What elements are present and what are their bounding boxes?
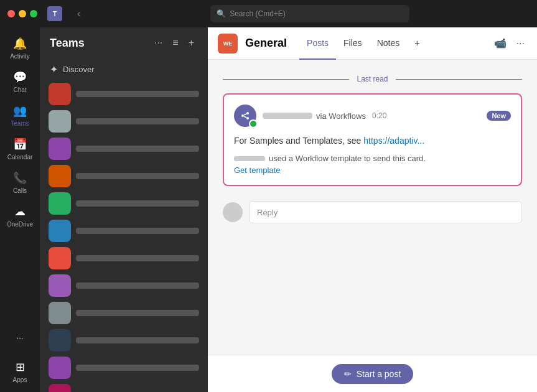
workflows-icon (239, 110, 251, 122)
last-read-line-left (223, 79, 349, 80)
teams-title: Teams (50, 37, 146, 50)
close-button[interactable] (7, 10, 15, 17)
channel-header: WE General Posts Files Notes + 📹 ··· (208, 27, 537, 60)
list-item[interactable] (45, 135, 203, 162)
team-name (76, 173, 199, 179)
svg-point-2 (246, 112, 249, 114)
list-item[interactable] (45, 80, 203, 108)
team-name (76, 200, 199, 207)
sidebar-item-activity[interactable]: 🔔 Activity (4, 32, 36, 63)
posts-area: Last read (208, 60, 537, 355)
team-name (76, 282, 199, 289)
svg-point-1 (241, 114, 244, 117)
reply-area: Reply (223, 196, 522, 228)
team-avatar (49, 274, 71, 297)
channel-tabs: Posts Files Notes + (299, 27, 427, 60)
list-item[interactable] (45, 272, 203, 299)
team-name (76, 118, 199, 124)
get-template-link[interactable]: Get template (234, 166, 511, 175)
svg-point-3 (246, 117, 249, 119)
add-tab-button[interactable]: + (407, 27, 427, 60)
tab-files[interactable]: Files (336, 27, 370, 60)
workflow-used-text: used a Workflow template to send this ca… (269, 154, 426, 163)
teams-label: Teams (11, 120, 29, 127)
video-call-button[interactable]: 📹 (492, 35, 509, 52)
reply-avatar (223, 202, 243, 222)
teams-filter-button[interactable]: ≡ (169, 35, 182, 51)
teams-icon: 👥 (12, 103, 27, 118)
chat-label: Chat (13, 86, 26, 93)
sidebar-item-onedrive[interactable]: ☁ OneDrive (4, 200, 36, 231)
team-name (76, 255, 199, 261)
activity-label: Activity (10, 53, 30, 60)
list-item[interactable] (45, 190, 203, 217)
onedrive-label: OneDrive (7, 221, 33, 228)
window-controls (7, 10, 37, 17)
discover-section[interactable]: ✦ Discover (40, 58, 208, 80)
sidebar-item-calls[interactable]: 📞 Calls (4, 167, 36, 198)
minimize-button[interactable] (19, 10, 26, 17)
team-name (76, 91, 199, 97)
last-read-label: Last read (357, 75, 388, 83)
team-avatar (49, 110, 71, 133)
bottom-bar: ✏ Start a post (208, 355, 537, 392)
team-avatar (49, 357, 71, 379)
last-read-divider: Last read (223, 75, 522, 83)
list-item[interactable] (45, 354, 203, 381)
online-badge (249, 119, 258, 128)
team-avatar (49, 192, 71, 215)
calls-label: Calls (13, 187, 27, 194)
sidebar-item-calendar[interactable]: 📅 Calendar (4, 133, 36, 164)
reply-placeholder: Reply (257, 208, 278, 217)
titlebar: T ‹ 🔍 Search (Cmd+E) (0, 0, 537, 27)
start-post-button[interactable]: ✏ Start a post (332, 364, 414, 384)
team-avatar (49, 165, 71, 187)
discover-icon: ✦ (50, 63, 58, 75)
list-item[interactable] (45, 327, 203, 354)
sidebar-item-teams[interactable]: 👥 Teams (4, 100, 36, 131)
team-name (76, 228, 199, 234)
svg-point-0 (240, 110, 251, 121)
content-area: WE General Posts Files Notes + 📹 ··· (208, 27, 537, 392)
teams-more-button[interactable]: ··· (151, 35, 166, 51)
team-avatar (49, 83, 71, 105)
teams-list: ▼ WE WebhookTest General › Hidden teams (40, 80, 208, 392)
new-badge: New (487, 111, 511, 121)
teams-panel: Teams ··· ≡ + ✦ Discover (40, 27, 208, 392)
list-item[interactable] (45, 245, 203, 272)
sender-info: via Workflows 0:20 (263, 111, 480, 121)
onedrive-icon: ☁ (12, 204, 27, 219)
back-button[interactable]: ‹ (72, 6, 85, 22)
calendar-label: Calendar (7, 154, 33, 161)
message-time: 0:20 (372, 111, 386, 120)
channel-name: General (245, 37, 287, 50)
reply-input[interactable]: Reply (249, 201, 522, 223)
app-logo: T (47, 6, 62, 21)
last-read-line-right (396, 79, 522, 80)
more-icon: ··· (12, 330, 27, 345)
search-bar[interactable]: 🔍 Search (Cmd+E) (210, 5, 409, 22)
team-avatar (49, 329, 71, 352)
edit-icon: ✏ (344, 369, 352, 379)
channel-more-button[interactable]: ··· (514, 35, 527, 52)
sidebar: 🔔 Activity 💬 Chat 👥 Teams 📅 Calendar 📞 C… (0, 27, 40, 392)
tab-notes[interactable]: Notes (370, 27, 408, 60)
list-item[interactable] (45, 162, 203, 190)
maximize-button[interactable] (30, 10, 37, 17)
sidebar-item-chat[interactable]: 💬 Chat (4, 66, 36, 97)
team-avatar (49, 247, 71, 269)
list-item[interactable] (45, 217, 203, 245)
message-footer: used a Workflow template to send this ca… (234, 154, 511, 163)
tab-posts[interactable]: Posts (299, 27, 336, 60)
list-item[interactable] (45, 299, 203, 327)
sidebar-item-more[interactable]: ··· (4, 326, 36, 348)
search-placeholder: Search (Cmd+E) (230, 9, 286, 18)
list-item[interactable] (45, 381, 203, 392)
team-name (76, 337, 199, 343)
list-item[interactable] (45, 108, 203, 135)
sidebar-item-apps[interactable]: ⊞ Apps (4, 356, 36, 387)
teams-add-button[interactable]: + (185, 35, 198, 51)
main-layout: 🔔 Activity 💬 Chat 👥 Teams 📅 Calendar 📞 C… (0, 27, 537, 392)
adaptive-card-link[interactable]: https://adaptiv... (363, 136, 424, 146)
team-avatar (49, 302, 71, 324)
